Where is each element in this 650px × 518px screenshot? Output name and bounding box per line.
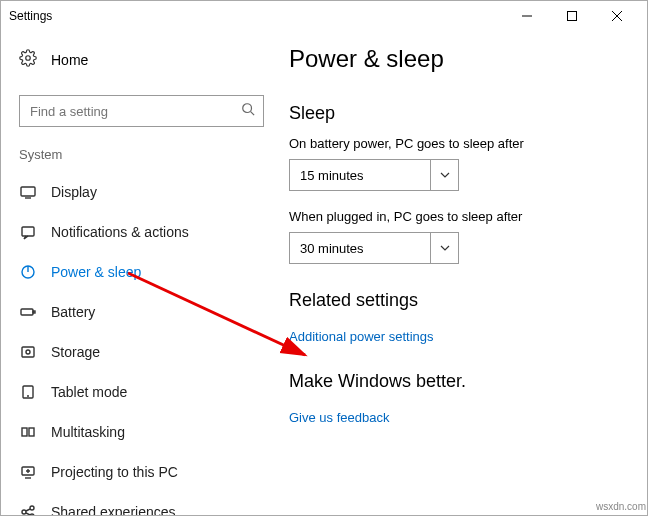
sidebar-item-label: Power & sleep [51, 264, 141, 280]
sidebar-item-display[interactable]: Display [19, 172, 281, 212]
sidebar-item-power-sleep[interactable]: Power & sleep [19, 252, 281, 292]
battery-sleep-label: On battery power, PC goes to sleep after [289, 136, 627, 151]
svg-line-6 [251, 112, 255, 116]
close-button[interactable] [594, 1, 639, 31]
chevron-down-icon [430, 160, 458, 190]
svg-point-23 [30, 514, 34, 515]
svg-rect-7 [21, 187, 35, 196]
svg-point-5 [243, 104, 252, 113]
maximize-icon [567, 11, 577, 21]
watermark: wsxdn.com [596, 501, 646, 512]
page-title: Power & sleep [289, 45, 627, 73]
sidebar-item-label: Display [51, 184, 97, 200]
sidebar-item-label: Multitasking [51, 424, 125, 440]
additional-power-settings-link[interactable]: Additional power settings [289, 329, 434, 344]
plugged-sleep-label: When plugged in, PC goes to sleep after [289, 209, 627, 224]
feedback-link[interactable]: Give us feedback [289, 410, 389, 425]
tablet-icon [19, 384, 37, 400]
svg-rect-13 [33, 311, 35, 313]
close-icon [612, 11, 622, 21]
sidebar-item-multitasking[interactable]: Multitasking [19, 412, 281, 452]
sidebar-item-battery[interactable]: Battery [19, 292, 281, 332]
search-icon [241, 102, 255, 120]
plugged-sleep-select[interactable]: 30 minutes [289, 232, 459, 264]
sidebar-item-label: Battery [51, 304, 95, 320]
feedback-heading: Make Windows better. [289, 371, 627, 392]
sidebar-item-projecting[interactable]: Projecting to this PC [19, 452, 281, 492]
svg-rect-12 [21, 309, 33, 315]
projecting-icon [19, 464, 37, 480]
plugged-sleep-value: 30 minutes [290, 241, 430, 256]
related-heading: Related settings [289, 290, 627, 311]
sidebar-item-storage[interactable]: Storage [19, 332, 281, 372]
sidebar-item-label: Shared experiences [51, 504, 176, 515]
svg-point-22 [30, 506, 34, 510]
multitasking-icon [19, 424, 37, 440]
sidebar: Home System Display Notifications & acti… [1, 31, 281, 515]
search-input[interactable] [28, 103, 241, 120]
sidebar-item-label: Storage [51, 344, 100, 360]
chevron-down-icon [430, 233, 458, 263]
shared-icon [19, 504, 37, 515]
battery-sleep-value: 15 minutes [290, 168, 430, 183]
sidebar-item-label: Projecting to this PC [51, 464, 178, 480]
battery-icon [19, 304, 37, 320]
minimize-button[interactable] [504, 1, 549, 31]
settings-window: Settings Home System [0, 0, 648, 516]
svg-rect-14 [22, 347, 34, 357]
sleep-heading: Sleep [289, 103, 627, 124]
svg-rect-1 [567, 12, 576, 21]
search-box[interactable] [19, 95, 264, 127]
svg-point-15 [26, 350, 30, 354]
minimize-icon [522, 11, 532, 21]
battery-sleep-select[interactable]: 15 minutes [289, 159, 459, 191]
svg-rect-18 [22, 428, 27, 436]
content-area: Home System Display Notifications & acti… [1, 31, 647, 515]
sidebar-item-shared-experiences[interactable]: Shared experiences [19, 492, 281, 515]
notifications-icon [19, 224, 37, 240]
svg-point-21 [22, 510, 26, 514]
maximize-button[interactable] [549, 1, 594, 31]
display-icon [19, 184, 37, 200]
svg-line-25 [26, 513, 30, 515]
gear-icon [19, 49, 37, 71]
svg-line-24 [26, 509, 30, 511]
power-icon [19, 264, 37, 280]
home-label: Home [51, 52, 88, 68]
home-button[interactable]: Home [19, 39, 281, 81]
svg-rect-9 [22, 227, 34, 236]
titlebar: Settings [1, 1, 647, 31]
storage-icon [19, 344, 37, 360]
section-label: System [19, 147, 281, 162]
sidebar-item-label: Notifications & actions [51, 224, 189, 240]
svg-rect-19 [29, 428, 34, 436]
main-panel: Power & sleep Sleep On battery power, PC… [281, 31, 647, 515]
sidebar-item-notifications[interactable]: Notifications & actions [19, 212, 281, 252]
sidebar-item-label: Tablet mode [51, 384, 127, 400]
svg-point-4 [26, 56, 31, 61]
window-title: Settings [9, 9, 52, 23]
sidebar-item-tablet-mode[interactable]: Tablet mode [19, 372, 281, 412]
